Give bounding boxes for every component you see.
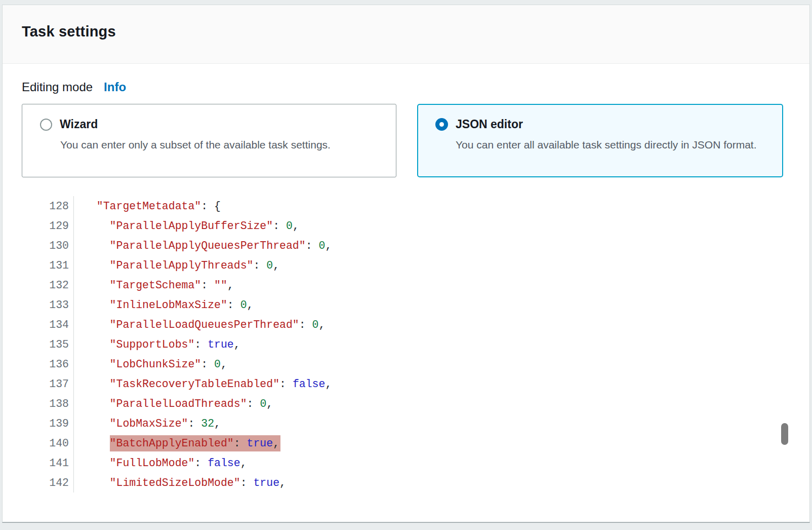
info-link[interactable]: Info: [104, 80, 126, 94]
code-line-136[interactable]: 136 "LobChunkSize": 0,: [22, 354, 789, 374]
json-code-editor[interactable]: 128 "TargetMetadata": {129 "ParallelAppl…: [22, 196, 789, 493]
code-line-139[interactable]: 139 "LobMaxSize": 32,: [22, 413, 789, 433]
editor-scrollbar-thumb[interactable]: [781, 423, 788, 445]
line-number: 141: [22, 453, 74, 473]
code-line-text: "ParallelLoadQueuesPerThread": 0,: [74, 315, 325, 334]
highlighted-code: "BatchApplyEnabled": true,: [110, 435, 280, 451]
wizard-radio-dot: [44, 122, 49, 127]
line-number: 129: [22, 216, 74, 236]
code-line-133[interactable]: 133 "InlineLobMaxSize": 0,: [22, 295, 789, 315]
tile-json-editor[interactable]: JSON editor You can enter all available …: [417, 104, 783, 177]
code-line-text: "TargetMetadata": {: [74, 196, 221, 216]
line-number: 136: [22, 354, 74, 374]
code-line-text: "TaskRecoveryTableEnabled": false,: [74, 374, 332, 394]
task-settings-panel: Task settings Editing mode Info Wizard Y…: [2, 5, 810, 523]
code-line-142[interactable]: 142 "LimitedSizeLobMode": true,: [22, 473, 789, 493]
code-line-text: "SupportLobs": true,: [74, 334, 240, 354]
line-number: 132: [22, 275, 74, 295]
json-editor-radio-dot: [439, 122, 444, 127]
tile-json-editor-top: JSON editor: [435, 118, 767, 131]
code-line-text: "InlineLobMaxSize": 0,: [74, 295, 253, 315]
line-number: 138: [22, 394, 74, 413]
wizard-radio[interactable]: [40, 119, 52, 131]
editing-mode-tiles: Wizard You can enter only a subset of th…: [22, 104, 789, 177]
line-number: 128: [22, 196, 74, 216]
code-line-text: "LobMaxSize": 32,: [74, 413, 221, 433]
code-line-138[interactable]: 138 "ParallelLoadThreads": 0,: [22, 394, 789, 413]
tile-json-editor-label: JSON editor: [456, 118, 523, 131]
code-line-132[interactable]: 132 "TargetSchema": "",: [22, 275, 789, 295]
tile-wizard[interactable]: Wizard You can enter only a subset of th…: [22, 104, 396, 177]
code-line-text: "ParallelApplyQueuesPerThread": 0,: [74, 236, 332, 255]
tile-wizard-top: Wizard: [40, 118, 381, 131]
line-number: 133: [22, 295, 74, 315]
panel-body: Editing mode Info Wizard You can enter o…: [3, 64, 809, 493]
editing-mode-row: Editing mode Info: [22, 80, 789, 94]
tile-wizard-label: Wizard: [60, 118, 98, 131]
line-number: 135: [22, 334, 74, 354]
line-number: 134: [22, 315, 74, 334]
line-number: 137: [22, 374, 74, 394]
code-line-text: "LobChunkSize": 0,: [74, 354, 227, 374]
json-editor-radio[interactable]: [435, 118, 448, 131]
line-number: 130: [22, 236, 74, 255]
line-number: 140: [22, 433, 74, 453]
code-line-text: "TargetSchema": "",: [74, 275, 234, 295]
code-line-text: "ParallelApplyBufferSize": 0,: [74, 216, 299, 236]
code-line-129[interactable]: 129 "ParallelApplyBufferSize": 0,: [22, 216, 789, 236]
code-line-141[interactable]: 141 "FullLobMode": false,: [22, 453, 789, 473]
line-number: 131: [22, 255, 74, 275]
line-number: 142: [22, 473, 74, 493]
code-lines: 128 "TargetMetadata": {129 "ParallelAppl…: [22, 196, 789, 493]
code-line-text: "ParallelLoadThreads": 0,: [74, 394, 273, 413]
code-line-134[interactable]: 134 "ParallelLoadQueuesPerThread": 0,: [22, 315, 789, 334]
code-line-131[interactable]: 131 "ParallelApplyThreads": 0,: [22, 255, 789, 275]
page-title: Task settings: [22, 23, 809, 40]
code-line-137[interactable]: 137 "TaskRecoveryTableEnabled": false,: [22, 374, 789, 394]
code-line-128[interactable]: 128 "TargetMetadata": {: [22, 196, 789, 216]
line-number: 139: [22, 413, 74, 433]
tile-wizard-description: You can enter only a subset of the avail…: [60, 135, 372, 155]
code-line-135[interactable]: 135 "SupportLobs": true,: [22, 334, 789, 354]
tile-json-editor-description: You can enter all available task setting…: [456, 135, 767, 155]
code-line-140[interactable]: 140 "BatchApplyEnabled": true,: [22, 433, 789, 453]
panel-header: Task settings: [3, 5, 809, 64]
code-line-text: "LimitedSizeLobMode": true,: [74, 473, 286, 493]
code-line-text: "ParallelApplyThreads": 0,: [74, 255, 279, 275]
code-line-text: "BatchApplyEnabled": true,: [74, 433, 280, 453]
code-line-text: "FullLobMode": false,: [74, 453, 247, 473]
code-line-130[interactable]: 130 "ParallelApplyQueuesPerThread": 0,: [22, 236, 789, 255]
editing-mode-label: Editing mode: [22, 80, 93, 94]
